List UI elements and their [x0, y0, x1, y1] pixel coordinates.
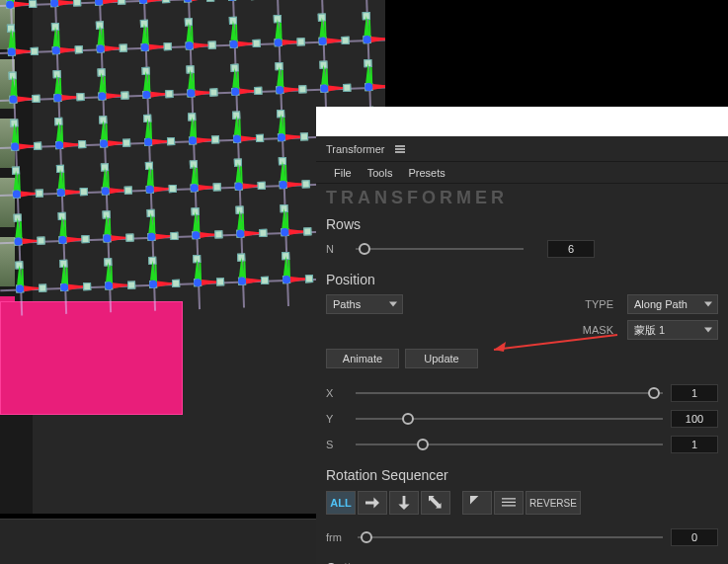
panel-title: Transformer [326, 143, 385, 155]
cutter-heading: Cutter [326, 558, 718, 564]
frm-label: frm [326, 531, 350, 543]
y-input[interactable]: 100 [671, 410, 718, 428]
all-button[interactable]: ALL [326, 491, 356, 515]
s-slider[interactable] [356, 438, 663, 451]
paths-dropdown[interactable]: Paths [326, 294, 403, 314]
transformer-panel: Transformer File Tools Presets TRANSFORM… [316, 136, 728, 564]
rotseq-heading: Rotation Sequencer [326, 465, 718, 489]
reverse-button[interactable]: REVERSE [526, 491, 581, 515]
update-button[interactable]: Update [405, 349, 478, 368]
frm-slider[interactable] [358, 530, 663, 544]
mask-dropdown[interactable]: 蒙版 1 [627, 320, 718, 340]
rows-heading: Rows [326, 214, 718, 238]
menu-file[interactable]: File [326, 164, 360, 182]
type-label: TYPE [580, 298, 619, 310]
n-label: N [326, 243, 348, 255]
frm-input[interactable]: 0 [671, 528, 718, 546]
mask-label: MASK [580, 324, 619, 336]
menu-presets[interactable]: Presets [400, 164, 452, 182]
transformer-logo: TRANSFORMER [316, 184, 728, 214]
arrow-down-icon[interactable] [389, 491, 419, 515]
corner-icon[interactable] [462, 491, 492, 515]
x-input[interactable]: 1 [671, 384, 718, 402]
y-label: Y [326, 413, 348, 425]
position-heading: Position [326, 270, 718, 293]
menu-tools[interactable]: Tools [360, 164, 401, 182]
x-slider[interactable] [356, 386, 663, 400]
lines-icon[interactable] [494, 491, 524, 515]
s-label: S [326, 439, 348, 450]
animate-button[interactable]: Animate [326, 349, 399, 368]
type-dropdown[interactable]: Along Path [627, 294, 718, 314]
n-slider[interactable] [356, 242, 524, 256]
white-bar [316, 107, 728, 136]
panel-menu-icon[interactable] [395, 145, 405, 153]
y-slider[interactable] [356, 412, 663, 426]
arrow-diag-icon[interactable] [421, 491, 450, 515]
n-input[interactable]: 6 [547, 240, 595, 258]
pink-layer[interactable] [0, 301, 183, 415]
arrow-right-icon[interactable] [358, 491, 387, 515]
s-input[interactable]: 1 [671, 436, 718, 453]
x-label: X [326, 387, 348, 399]
